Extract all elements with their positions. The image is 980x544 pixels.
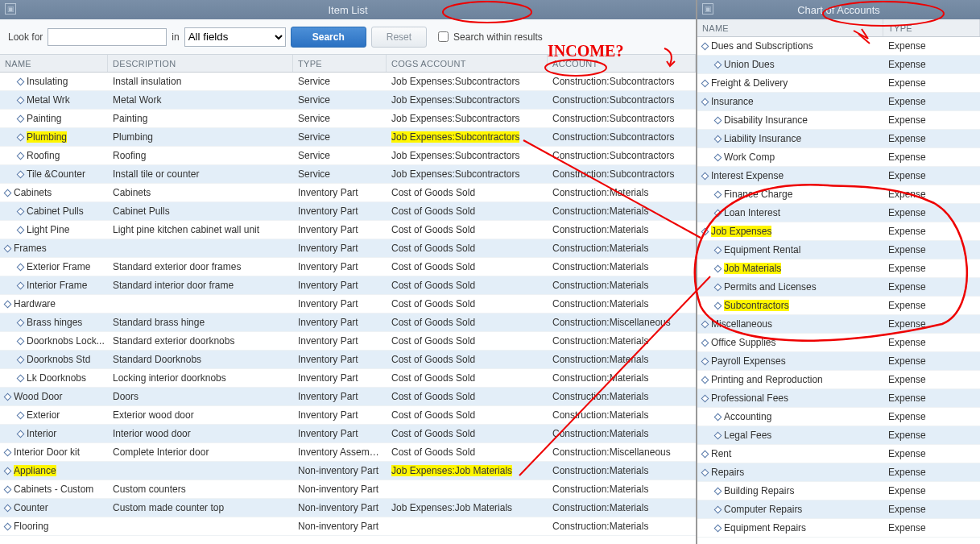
chart-rows[interactable]: Dues and SubscriptionsExpenseUnion DuesE…: [697, 37, 980, 544]
header-description[interactable]: DESCRIPTION: [108, 55, 293, 72]
table-row[interactable]: Building RepairsExpense: [697, 482, 980, 500]
table-row[interactable]: Cabinets - CustomCustom countersNon-inve…: [0, 480, 696, 499]
table-row[interactable]: InteriorInterior wood doorInventory Part…: [0, 425, 696, 443]
diamond-icon: [17, 226, 25, 234]
dock-icon[interactable]: ▣: [5, 3, 16, 15]
header-cogs-account[interactable]: COGS ACCOUNT: [387, 55, 548, 72]
table-row[interactable]: FramesInventory PartCost of Goods SoldCo…: [0, 239, 696, 258]
table-row[interactable]: Wood DoorDoorsInventory PartCost of Good…: [0, 388, 696, 406]
table-row[interactable]: AccountingExpense: [697, 408, 980, 426]
table-row[interactable]: Loan InterestExpense: [697, 204, 980, 222]
table-row[interactable]: Metal WrkMetal WorkServiceJob Expenses:S…: [0, 91, 696, 110]
account-type: Expense: [883, 59, 980, 70]
table-row[interactable]: RentExpense: [697, 445, 980, 463]
account-name: Computer Repairs: [724, 504, 802, 515]
item-type: Inventory Part: [293, 298, 387, 309]
table-row[interactable]: PlumbingPlumbingServiceJob Expenses:Subc…: [0, 128, 696, 147]
table-row[interactable]: Permits and LicensesExpense: [697, 278, 980, 297]
table-row[interactable]: SubcontractorsExpense: [697, 297, 980, 315]
table-row[interactable]: Payroll ExpensesExpense: [697, 352, 980, 371]
dock-icon[interactable]: ▣: [702, 3, 713, 15]
table-row[interactable]: Computer RepairsExpense: [697, 500, 980, 519]
account-type: Expense: [883, 374, 980, 385]
item-cogs-account: Cost of Goods Sold: [387, 243, 548, 254]
diamond-icon: [4, 392, 12, 401]
table-row[interactable]: InsuranceExpense: [697, 93, 980, 111]
item-type: Inventory Part: [293, 409, 387, 421]
account-name: Loan Interest: [724, 207, 780, 218]
header-type[interactable]: TYPE: [293, 55, 387, 72]
account-type: Expense: [883, 300, 980, 311]
table-row[interactable]: Legal FeesExpense: [697, 426, 980, 445]
item-name: Cabinets: [14, 187, 52, 198]
table-row[interactable]: Union DuesExpense: [697, 56, 980, 74]
table-row[interactable]: Equipment RentalExpense: [697, 241, 980, 260]
table-row[interactable]: Lk DoorknobsLocking interior doorknobsIn…: [0, 369, 696, 388]
item-account: Construction:Materials: [548, 354, 696, 365]
table-row[interactable]: RoofingRoofingServiceJob Expenses:Subcon…: [0, 147, 696, 165]
table-row[interactable]: Job ExpensesExpense: [697, 222, 980, 241]
table-row[interactable]: CounterCustom made counter topNon-invent…: [0, 499, 696, 517]
table-row[interactable]: Brass hingesStandard brass hingeInventor…: [0, 314, 696, 332]
table-row[interactable]: RepairsExpense: [697, 463, 980, 482]
item-description: Install tile or counter: [108, 168, 293, 180]
header-name[interactable]: NAME: [697, 19, 883, 36]
diamond-icon: [17, 430, 25, 438]
table-row[interactable]: Exterior FrameStandard exterior door fra…: [0, 258, 696, 276]
table-row[interactable]: FlooringNon-inventory PartConstruction:M…: [0, 517, 696, 536]
reset-button[interactable]: Reset: [371, 27, 427, 48]
item-cogs-account: Cost of Goods Sold: [387, 409, 548, 421]
table-row[interactable]: Interior FrameStandard interior door fra…: [0, 276, 696, 295]
table-row[interactable]: Interior Door kitComplete Interior doorI…: [0, 443, 696, 462]
table-row[interactable]: Tile &CounterInstall tile or counterServ…: [0, 165, 696, 184]
table-row[interactable]: Dues and SubscriptionsExpense: [697, 37, 980, 56]
table-row[interactable]: ApplianceNon-inventory PartJob Expenses:…: [0, 462, 696, 480]
item-type: Inventory Part: [293, 391, 387, 402]
table-row[interactable]: CabinetsCabinetsInventory PartCost of Go…: [0, 184, 696, 202]
account-name: Disability Insurance: [724, 114, 808, 126]
table-row[interactable]: Liability InsuranceExpense: [697, 130, 980, 148]
table-row[interactable]: InsulatingInstall insulationServiceJob E…: [0, 73, 696, 91]
table-row[interactable]: HardwareInventory PartCost of Goods Sold…: [0, 295, 696, 314]
header-type[interactable]: TYPE: [883, 19, 980, 36]
account-type: Expense: [883, 281, 980, 293]
item-type: Service: [293, 76, 387, 87]
table-row[interactable]: PaintingPaintingServiceJob Expenses:Subc…: [0, 110, 696, 128]
header-name[interactable]: NAME: [0, 55, 108, 72]
fields-select[interactable]: All fields: [184, 27, 286, 47]
header-account[interactable]: ACCOUNT: [548, 55, 696, 72]
table-row[interactable]: Interest ExpenseExpense: [697, 167, 980, 185]
table-row[interactable]: Printing and ReproductionExpense: [697, 371, 980, 389]
item-name: Interior Door kit: [14, 446, 80, 458]
table-row[interactable]: Professional FeesExpense: [697, 389, 980, 408]
table-row[interactable]: Disability InsuranceExpense: [697, 111, 980, 130]
diamond-icon: [17, 337, 25, 345]
item-name: Painting: [27, 113, 61, 124]
table-row[interactable]: Doorknobs StdStandard DoorknobsInventory…: [0, 351, 696, 369]
search-button[interactable]: Search: [291, 27, 366, 48]
item-account: Construction:Subcontractors: [548, 94, 696, 106]
account-name: Office Supplies: [711, 337, 776, 348]
item-account: Construction:Materials: [548, 187, 696, 198]
table-row[interactable]: Light PineLight pine kitchen cabinet wal…: [0, 221, 696, 239]
item-list-rows[interactable]: InsulatingInstall insulationServiceJob E…: [0, 73, 696, 544]
item-description: Roofing: [108, 150, 293, 161]
table-row[interactable]: Work CompExpense: [697, 148, 980, 167]
item-account: Construction:Materials: [548, 335, 696, 347]
search-within-checkbox[interactable]: [438, 31, 449, 42]
table-row[interactable]: Job MaterialsExpense: [697, 260, 980, 278]
table-row[interactable]: Finance ChargeExpense: [697, 185, 980, 204]
table-row[interactable]: Doorknobs Lock...Standard exterior doork…: [0, 332, 696, 351]
table-row[interactable]: Office SuppliesExpense: [697, 334, 980, 352]
item-cogs-account: Job Expenses:Subcontractors: [387, 150, 548, 161]
table-row[interactable]: ExteriorExterior wood doorInventory Part…: [0, 406, 696, 425]
table-row[interactable]: MiscellaneousExpense: [697, 315, 980, 334]
item-list-title: Item List: [328, 4, 367, 16]
table-row[interactable]: Equipment RepairsExpense: [697, 519, 980, 538]
item-account: Construction:Materials: [548, 280, 696, 291]
look-for-input[interactable]: [48, 28, 167, 46]
table-row[interactable]: Freight & DeliveryExpense: [697, 74, 980, 93]
table-row[interactable]: Cabinet PullsCabinet PullsInventory Part…: [0, 202, 696, 221]
account-type: Expense: [883, 244, 980, 255]
diamond-icon: [714, 524, 722, 532]
